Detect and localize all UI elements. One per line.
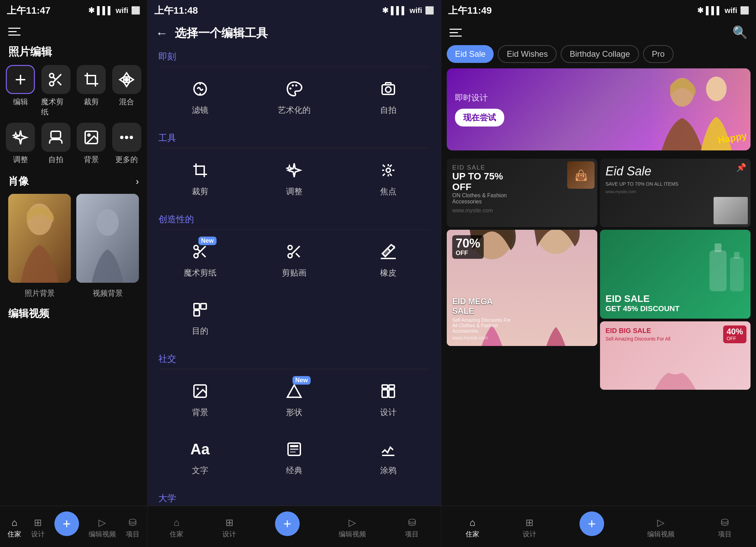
back-button[interactable]: ←: [156, 26, 168, 40]
adjust-icon-p2: [286, 162, 302, 178]
portrait-video-bg[interactable]: 视频背景: [76, 194, 139, 298]
portrait-video-svg: [76, 194, 139, 283]
template-eid-sale-purple[interactable]: EID SALE UP TO 75%OFF ON Clothes & Fashi…: [447, 159, 597, 227]
filter-icon: [192, 81, 208, 97]
nav-plus-p3[interactable]: +: [579, 511, 604, 536]
tool-purpose[interactable]: 目的: [153, 293, 247, 341]
tool-edit[interactable]: 编辑: [5, 65, 36, 117]
nav-projects-p3[interactable]: ⛁ 项目: [718, 517, 732, 539]
plus-icon: [12, 71, 29, 88]
search-icon-p3[interactable]: 🔍: [732, 25, 748, 40]
status-bar-p1: 上午11:47 ✱ ▌▌▌ wifi ⬜: [0, 0, 147, 20]
battery-icon: ⬜: [131, 6, 140, 15]
portrait-video-bg-img: [76, 194, 139, 283]
eid-big-percent-badge: 40% OFF: [723, 325, 746, 343]
portrait-photo-bg[interactable]: 照片背景: [8, 194, 71, 298]
tag-pro[interactable]: Pro: [643, 45, 674, 63]
design-icon-p1: ⊞: [34, 517, 42, 528]
nav-projects-p2[interactable]: ⛁ 项目: [405, 517, 419, 539]
nav-plus-p2[interactable]: +: [275, 511, 300, 536]
nav-video-p3[interactable]: ▷ 编辑视频: [647, 517, 675, 539]
template-eid-sale-cosmetics[interactable]: Eid Sale SAVE UP TO 70% ON ALL ITEMS www…: [600, 159, 751, 227]
portrait-arrow[interactable]: ›: [136, 176, 139, 187]
tool-crop[interactable]: 裁剪: [76, 65, 106, 117]
tool-doodle[interactable]: 涂鸦: [341, 433, 435, 480]
new-badge-shape: New: [292, 376, 311, 385]
nav-home-p1[interactable]: ⌂ 住家: [8, 517, 21, 539]
svg-line-6: [53, 77, 56, 80]
menu-button[interactable]: [8, 25, 21, 38]
text-icon-box: Aa: [188, 437, 212, 462]
bg-social-label: 背景: [192, 407, 208, 418]
shape-label: 形状: [286, 407, 302, 418]
design-icon-box: [376, 379, 401, 403]
tool-collage[interactable]: 剪贴画: [247, 235, 341, 282]
nav-projects-p1[interactable]: ⛁ 项目: [126, 517, 140, 539]
nav-video-p2[interactable]: ▷ 编辑视频: [339, 517, 366, 539]
tool-design[interactable]: 设计: [341, 375, 435, 422]
home-icon-p3: ⌂: [470, 517, 475, 528]
selfie-icon-box: [376, 77, 401, 101]
tool-magic-cut-p2[interactable]: New 魔术剪纸: [153, 235, 247, 282]
blend-icon: [118, 71, 135, 88]
tag-eid-wishes[interactable]: Eid Wishes: [498, 45, 557, 63]
video-icon-p1: ▷: [99, 517, 106, 528]
tools-row-social-1: 背景 New 形状: [147, 369, 441, 427]
tool-blend[interactable]: 混合: [112, 65, 142, 117]
tool-filter[interactable]: 滤镜: [153, 72, 247, 120]
tag-birthday-collage[interactable]: Birthday Collage: [561, 45, 639, 63]
eid-mega-desc: Sell Amazing Discounts ForAll Clothes & …: [452, 317, 592, 334]
svg-rect-67: [715, 243, 721, 252]
tool-adjust[interactable]: 调整: [5, 123, 36, 165]
svg-rect-44: [382, 390, 388, 397]
time-p1: 上午11:47: [7, 4, 51, 17]
template-eid-mega[interactable]: 70% OFF EID MEGASALE Sell Amazing Discou…: [447, 230, 597, 346]
nav-video-p1[interactable]: ▷ 编辑视频: [89, 517, 116, 539]
nav-design-p3[interactable]: ⊞ 设计: [523, 517, 536, 539]
crop-icon-box-p2: [188, 158, 212, 183]
tool-magic-cut[interactable]: 魔术剪纸: [41, 65, 71, 117]
bottom-nav-p1: ⌂ 住家 ⊞ 设计 + ▷ 编辑视频 ⛁ 项目: [0, 506, 147, 547]
tool-selfie-p2[interactable]: 自拍: [341, 72, 435, 120]
tool-adjust-p2[interactable]: 调整: [247, 154, 341, 201]
nav-design-p2[interactable]: ⊞ 设计: [222, 517, 236, 539]
nav-home-p2[interactable]: ⌂ 住家: [170, 517, 183, 539]
tool-crop-p2[interactable]: 裁剪: [153, 154, 247, 201]
banner-cta-button[interactable]: 现在尝试: [455, 109, 504, 126]
bg-social-icon-box: [188, 379, 212, 403]
svg-line-30: [202, 253, 206, 257]
svg-point-26: [386, 168, 390, 172]
tools-row-immediate: 滤镜 艺术化的: [147, 67, 441, 125]
tool-selfie[interactable]: 自拍: [41, 123, 71, 165]
tool-classic[interactable]: 经典: [247, 433, 341, 480]
tool-background-icon-box: [77, 123, 106, 152]
tool-background[interactable]: 背景: [76, 123, 106, 165]
svg-point-25: [386, 87, 391, 92]
nav-plus-p1[interactable]: +: [54, 511, 79, 536]
tool-bg-social[interactable]: 背景: [153, 375, 247, 422]
tool-shape[interactable]: New 形状: [247, 375, 341, 422]
tool-blend-label: 混合: [119, 97, 134, 107]
p1-header: [0, 20, 147, 40]
template-eid-sale-green[interactable]: EID SALE GET 45% DISCOUNT: [600, 230, 751, 319]
tool-eraser[interactable]: 橡皮: [341, 235, 435, 282]
tool-text[interactable]: Aa 文字: [153, 433, 247, 480]
tool-more[interactable]: 更多的: [112, 123, 142, 165]
cosmetics-content: Eid Sale SAVE UP TO 70% ON ALL ITEMS www…: [600, 159, 751, 200]
tool-art[interactable]: 艺术化的: [247, 72, 341, 120]
menu-button-p3[interactable]: [449, 26, 462, 39]
svg-point-2: [50, 74, 54, 78]
bottom-nav-p2: ⌂ 住家 ⊞ 设计 + ▷ 编辑视频 ⛁ 项目: [147, 506, 441, 547]
template-eid-big-sale[interactable]: EID BIG SALE Sell Amazing Discounts For …: [600, 321, 751, 390]
filter-label: 滤镜: [192, 105, 208, 116]
tool-selfie-label: 自拍: [48, 155, 63, 165]
tag-eid-sale[interactable]: Eid Sale: [447, 45, 494, 63]
featured-banner[interactable]: 即时设计 现在尝试 Happy: [447, 68, 751, 150]
shape-icon-box: New: [282, 379, 307, 403]
tool-focus[interactable]: 焦点: [341, 154, 435, 201]
nav-design-p1[interactable]: ⊞ 设计: [31, 517, 45, 539]
nav-home-p3[interactable]: ⌂ 住家: [466, 517, 479, 539]
folder-nav-icon-p3: ⛁: [721, 517, 729, 528]
bluetooth-icon-p2: ✱: [382, 6, 388, 15]
portrait-photo-label: 照片背景: [8, 288, 71, 298]
